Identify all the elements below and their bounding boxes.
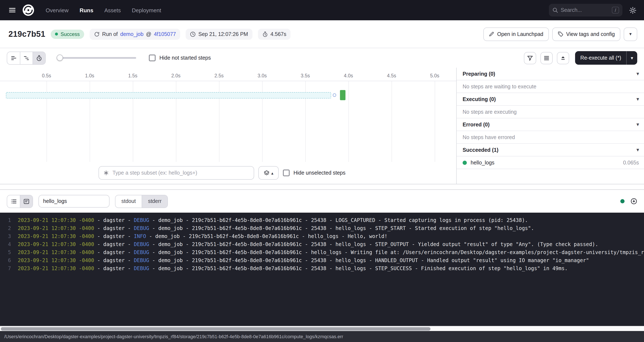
nav-deployment[interactable]: Deployment [132,7,161,13]
log-level: INFO [134,232,146,240]
nav-links: Overview Runs Assets Deployment [46,7,161,13]
filter-button[interactable] [524,52,536,64]
line-number: 4 [0,240,11,248]
axis-tick: 2.0s [171,73,180,78]
log-toolbar-right [620,198,637,204]
flat-view-icon [10,55,17,61]
raw-log-button[interactable] [20,195,32,207]
succeeded-section-header[interactable]: Succeeded (1) ▾ [457,144,644,156]
clock-icon [190,31,196,37]
executing-empty-message: No steps are executing [457,106,644,118]
job-link[interactable]: demo_job [120,31,144,37]
zoom-slider[interactable] [57,52,136,64]
log-line: 22023-09-21 12:07:30 -0400 - dagster - D… [0,224,644,232]
gantt-waiting-bar [6,92,331,98]
nav-runs[interactable]: Runs [80,7,93,13]
step-subset-input-wrap[interactable] [98,166,254,180]
eject-icon [560,55,566,61]
chevron-down-icon: ▾ [629,31,632,37]
line-number: 7 [0,265,11,273]
gridline [348,81,349,162]
list-icon [10,198,17,204]
stdout-tab[interactable]: stdout [116,195,142,207]
log-source: - dagster - [94,256,134,265]
status-dot [55,32,58,36]
slider-knob[interactable] [57,54,63,61]
stderr-tab[interactable]: stderr [142,195,168,207]
settings-gear-icon[interactable] [629,6,636,14]
graph-options-button[interactable]: ▴ [258,166,279,180]
log-timestamp: 2023-09-21 12:07:30 -0400 [18,248,94,256]
dagster-logo[interactable] [21,3,36,17]
waterfall-view-button[interactable] [20,52,32,64]
layers-icon [264,170,270,176]
log-timestamp: 2023-09-21 12:07:30 -0400 [18,265,94,273]
header-actions: Open in Launchpad View tags and config ▾ [483,27,638,41]
preparing-empty-message: No steps are waiting to execute [457,80,644,93]
section-title: Preparing (0) [462,71,495,77]
hide-not-started-checkbox[interactable]: Hide not started steps [149,54,211,61]
hide-unselected-checkbox[interactable]: Hide unselected steps [283,170,346,176]
open-launchpad-button[interactable]: Open in Launchpad [483,27,549,41]
preparing-section-header[interactable]: Preparing (0) ▾ [457,68,644,80]
log-lines: 12023-09-21 12:07:30 -0400 - dagster - D… [0,216,644,273]
chevron-down-icon: ▾ [636,96,639,102]
log-timestamp: 2023-09-21 12:07:30 -0400 [18,240,94,248]
slider-track [57,57,136,59]
timestamp-chip: Sep 21, 12:07:26 PM [186,28,252,40]
scrollbar-thumb[interactable] [1,327,430,330]
step-subset-input[interactable] [112,170,250,176]
collapse-button[interactable] [557,52,569,64]
log-toolbar: stdout stderr [0,190,644,213]
menu-icon[interactable] [6,4,18,16]
search-input[interactable] [561,7,609,13]
log-level: DEBUG [134,240,149,248]
timing-view-button[interactable] [32,52,45,64]
nav-overview[interactable]: Overview [46,7,68,13]
search-box[interactable]: / [549,4,622,16]
search-icon [552,7,558,13]
reexecute-caret-button[interactable]: ▾ [626,51,637,65]
axis-tick: 4.0s [344,73,353,78]
run-duration: 4.567s [270,31,286,37]
line-number: 2 [0,224,11,232]
succeeded-step-row[interactable]: hello_logs 0.065s [457,156,644,169]
log-source: - dagster - [94,224,134,232]
panel-splitter[interactable] [0,184,644,190]
section-title: Executing (0) [462,96,496,102]
axis-tick: 3.0s [258,73,267,78]
log-message: - demo_job - 219c7b51-b62f-4e5b-8de8-0e7… [149,256,589,265]
log-filter-input[interactable] [38,195,110,208]
gridline [435,81,435,162]
stopwatch-icon [262,31,268,37]
more-actions-button[interactable]: ▾ [624,27,637,41]
commit-link[interactable]: 4f105077 [154,31,176,37]
errored-section-header[interactable]: Errored (0) ▾ [457,118,644,131]
log-message: - demo_job - 219c7b51-b62f-4e5b-8de8-0e7… [146,232,388,240]
gantt-controls: ▴ Hide unselected steps [98,166,456,180]
executing-section-header[interactable]: Executing (0) ▾ [457,93,644,106]
view-tags-config-label: View tags and config [566,31,615,37]
status-label: Success [60,31,80,37]
flat-view-button[interactable] [7,52,20,64]
filter-icon [527,55,534,61]
view-tags-config-button[interactable]: View tags and config [552,27,620,41]
axis-tick: 2.5s [214,73,224,78]
waterfall-view-icon [23,55,30,61]
reexecute-all-button[interactable]: Re-execute all (*) ▾ [575,51,637,65]
rows-icon [544,55,550,61]
row-view-button[interactable] [540,52,553,64]
gantt-step-bar[interactable] [340,90,346,100]
log-source: - dagster - [94,216,134,224]
op-selector-icon [103,170,109,176]
log-message: - demo_job - 219c7b51-b62f-4e5b-8de8-0e7… [149,240,598,248]
chevron-down-icon: ▾ [636,147,639,152]
axis-tick: 4.5s [387,73,396,78]
download-log-button[interactable] [630,198,637,204]
structured-log-button[interactable] [7,195,20,207]
checkbox-icon [283,170,290,176]
line-number: 3 [0,232,11,240]
horizontal-scrollbar[interactable] [0,326,644,331]
nav-assets[interactable]: Assets [104,7,121,13]
chevron-up-icon: ▴ [271,170,273,175]
